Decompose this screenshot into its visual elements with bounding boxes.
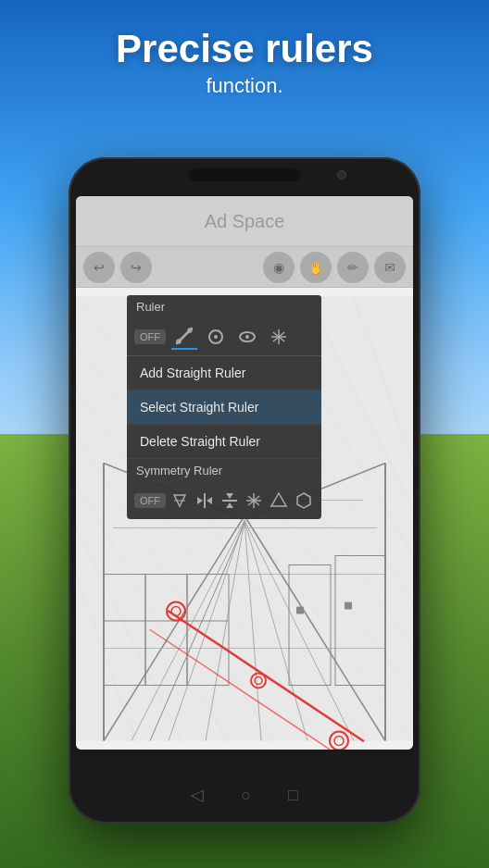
symmetry-icon-2[interactable] [194, 488, 216, 514]
home-button[interactable]: ○ [241, 786, 251, 805]
svg-rect-36 [187, 621, 229, 622]
back-button[interactable]: ◁ [191, 785, 204, 805]
phone-screen: Ad Space ↩ ↪ ◉ ✋ ✏ ✉ [76, 196, 413, 750]
undo-button[interactable]: ↩ [83, 252, 115, 283]
brush-button[interactable]: ◉ [263, 252, 295, 283]
phone-speaker [189, 168, 300, 181]
layers-button[interactable]: ✉ [374, 252, 406, 283]
ruler-menu-title: Ruler [127, 295, 321, 318]
symmetry-icon-3[interactable] [219, 488, 240, 514]
ruler-icon-circle[interactable] [203, 324, 229, 350]
ruler-icon-radial[interactable] [266, 324, 292, 350]
main-title: Precise rulers [0, 28, 489, 70]
recent-button[interactable]: □ [288, 786, 298, 805]
svg-rect-39 [345, 602, 352, 610]
ad-space-label: Ad Space [205, 211, 285, 232]
svg-marker-83 [297, 493, 310, 508]
symmetry-ruler-title: Symmetry Ruler [127, 459, 321, 482]
svg-point-57 [245, 335, 249, 339]
ruler-popup-menu: Ruler OFF [127, 295, 321, 519]
canvas-area[interactable]: Ruler OFF [76, 288, 413, 750]
symmetry-icon-1[interactable] [169, 488, 191, 514]
phone-frame: Ad Space ↩ ↪ ◉ ✋ ✏ ✉ [69, 157, 420, 824]
drawing-toolbar: ↩ ↪ ◉ ✋ ✏ ✉ [76, 247, 413, 288]
main-subtitle: function. [0, 74, 489, 98]
svg-marker-73 [226, 502, 233, 508]
header-area: Precise rulers function. [0, 28, 489, 98]
svg-rect-34 [104, 621, 145, 622]
symmetry-icon-radial[interactable] [244, 488, 265, 514]
symmetry-icons-row: OFF [127, 482, 321, 519]
add-straight-ruler-item[interactable]: Add Straight Ruler [127, 356, 321, 391]
delete-straight-ruler-item[interactable]: Delete Straight Ruler [127, 425, 321, 459]
svg-marker-69 [197, 497, 203, 504]
ad-space-bar: Ad Space [76, 196, 413, 247]
svg-marker-70 [207, 497, 212, 504]
svg-marker-82 [271, 493, 286, 506]
ruler-icon-ellipse[interactable] [234, 324, 260, 350]
svg-line-51 [177, 329, 192, 343]
svg-marker-72 [226, 493, 233, 499]
eraser-button[interactable]: ✏ [337, 252, 369, 283]
symmetry-icon-triangle[interactable] [269, 488, 290, 514]
phone-camera [337, 170, 346, 180]
ruler-icons-row: OFF [127, 318, 321, 356]
ruler-off-button[interactable]: OFF [134, 329, 166, 344]
phone-navigation: ◁ ○ □ [191, 785, 298, 805]
select-straight-ruler-item[interactable]: Select Straight Ruler [127, 391, 321, 425]
redo-button[interactable]: ↪ [120, 252, 152, 283]
ruler-icon-line[interactable] [171, 324, 197, 350]
symmetry-off-button[interactable]: OFF [134, 493, 166, 508]
svg-rect-40 [296, 607, 304, 614]
symmetry-icon-hexagon[interactable] [293, 488, 314, 514]
svg-point-55 [214, 335, 218, 339]
hand-button[interactable]: ✋ [300, 252, 332, 283]
